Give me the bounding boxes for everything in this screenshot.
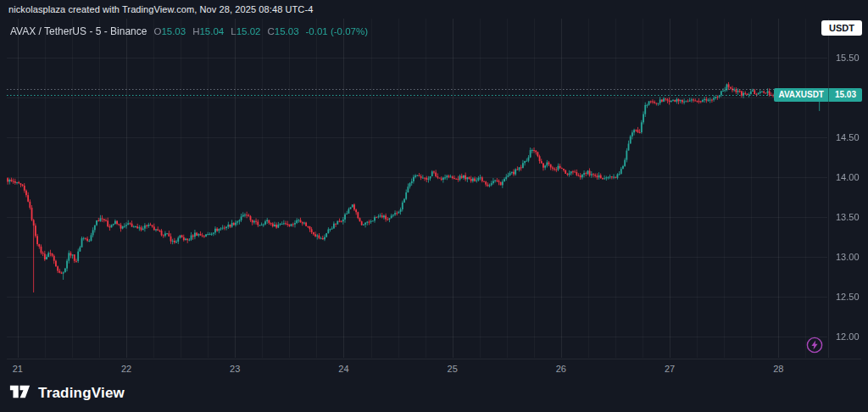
- close-label: C: [267, 26, 274, 36]
- price-axis-label: 14.00: [836, 172, 860, 182]
- symbol-title[interactable]: AVAX / TetherUS - 5 - Binance: [10, 25, 147, 37]
- time-axis-label: 25: [448, 364, 458, 374]
- time-axis-label: 27: [665, 364, 675, 374]
- price-axis-label: 12.00: [836, 331, 860, 342]
- price-axis-label: 12.50: [836, 292, 860, 302]
- time-axis-label: 26: [556, 364, 566, 374]
- tradingview-logo[interactable]: TradingView: [9, 382, 125, 404]
- current-price-value: 15.03: [828, 88, 862, 102]
- tradingview-logo-icon: [9, 382, 31, 404]
- chart-legend: AVAX / TetherUS - 5 - Binance O15.03 H15…: [10, 23, 368, 38]
- price-change: -0.01 (-0.07%): [306, 26, 369, 36]
- low-value: 15.02: [236, 26, 261, 36]
- open-value: 15.03: [161, 26, 186, 36]
- time-axis-label: 22: [121, 364, 131, 374]
- price-axis-label: 13.50: [836, 212, 860, 222]
- high-value: 15.04: [199, 26, 224, 36]
- current-price-symbol: AVAXUSDT: [774, 88, 828, 102]
- ohlc-low: L15.02: [231, 23, 260, 38]
- price-axis-label: 13.00: [836, 252, 860, 262]
- price-axis[interactable]: 15.5014.5014.0013.5013.0012.5012.00: [828, 19, 868, 358]
- time-axis-label: 28: [773, 364, 783, 374]
- tradingview-brand-text: TradingView: [38, 385, 125, 402]
- attribution-text: nickolasplaza created with TradingView.c…: [8, 4, 313, 14]
- price-axis-label: 14.50: [836, 132, 860, 142]
- time-axis-label: 21: [13, 364, 23, 374]
- current-price-badge: AVAXUSDT 15.03: [774, 88, 862, 102]
- close-value: 15.03: [275, 26, 299, 36]
- time-axis-label: 23: [230, 364, 240, 374]
- price-axis-label: 15.50: [836, 53, 860, 63]
- boost-lightning-icon[interactable]: [806, 337, 823, 354]
- candlestick-chart[interactable]: [7, 19, 827, 358]
- tradingview-chart-screenshot: nickolasplaza created with TradingView.c…: [0, 0, 868, 412]
- ohlc-open: O15.03: [153, 23, 186, 38]
- ohlc-high: H15.04: [192, 23, 224, 38]
- ohlc-close: C15.03: [267, 23, 298, 38]
- time-axis-label: 24: [338, 364, 348, 374]
- time-axis[interactable]: 2122232425262728: [7, 359, 861, 375]
